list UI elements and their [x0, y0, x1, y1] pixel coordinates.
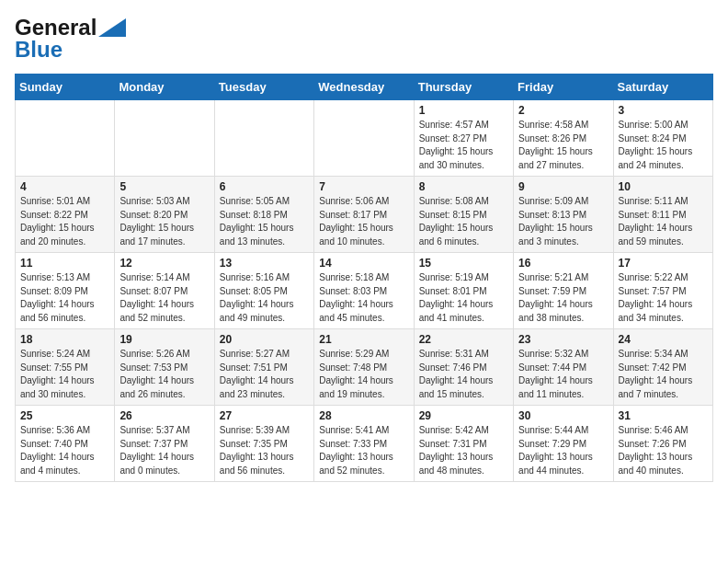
day-number: 27 — [220, 409, 309, 422]
week-row-5: 25Sunrise: 5:36 AM Sunset: 7:40 PM Dayli… — [16, 406, 713, 482]
day-cell: 27Sunrise: 5:39 AM Sunset: 7:35 PM Dayli… — [214, 406, 313, 482]
day-info: Sunrise: 5:05 AM Sunset: 8:18 PM Dayligh… — [220, 195, 309, 248]
day-cell: 10Sunrise: 5:11 AM Sunset: 8:11 PM Dayli… — [613, 177, 712, 253]
day-cell: 6Sunrise: 5:05 AM Sunset: 8:18 PM Daylig… — [214, 177, 313, 253]
day-number: 20 — [220, 333, 309, 346]
day-info: Sunrise: 5:27 AM Sunset: 7:51 PM Dayligh… — [220, 348, 309, 401]
logo: General Blue — [15, 15, 126, 63]
day-info: Sunrise: 5:32 AM Sunset: 7:44 PM Dayligh… — [518, 348, 608, 401]
day-cell — [115, 100, 214, 177]
day-cell: 12Sunrise: 5:14 AM Sunset: 8:07 PM Dayli… — [115, 253, 214, 329]
day-cell: 13Sunrise: 5:16 AM Sunset: 8:05 PM Dayli… — [214, 253, 313, 329]
day-cell: 25Sunrise: 5:36 AM Sunset: 7:40 PM Dayli… — [16, 406, 115, 482]
day-info: Sunrise: 5:29 AM Sunset: 7:48 PM Dayligh… — [319, 348, 408, 401]
day-cell: 11Sunrise: 5:13 AM Sunset: 8:09 PM Dayli… — [16, 253, 115, 329]
day-info: Sunrise: 5:03 AM Sunset: 8:20 PM Dayligh… — [119, 195, 209, 248]
day-number: 28 — [319, 409, 408, 422]
day-number: 29 — [419, 409, 508, 422]
weekday-monday: Monday — [115, 75, 214, 100]
day-number: 13 — [220, 257, 309, 270]
day-number: 6 — [220, 180, 309, 193]
day-info: Sunrise: 4:58 AM Sunset: 8:26 PM Dayligh… — [518, 119, 608, 172]
day-info: Sunrise: 5:41 AM Sunset: 7:33 PM Dayligh… — [319, 424, 408, 477]
week-row-3: 11Sunrise: 5:13 AM Sunset: 8:09 PM Dayli… — [16, 253, 713, 329]
day-cell: 19Sunrise: 5:26 AM Sunset: 7:53 PM Dayli… — [115, 329, 214, 406]
week-row-2: 4Sunrise: 5:01 AM Sunset: 8:22 PM Daylig… — [16, 177, 713, 253]
day-cell: 20Sunrise: 5:27 AM Sunset: 7:51 PM Dayli… — [214, 329, 313, 406]
day-info: Sunrise: 5:01 AM Sunset: 8:22 PM Dayligh… — [20, 195, 109, 248]
day-info: Sunrise: 5:37 AM Sunset: 7:37 PM Dayligh… — [119, 424, 209, 477]
day-number: 16 — [518, 257, 608, 270]
day-cell — [16, 100, 115, 177]
day-info: Sunrise: 5:24 AM Sunset: 7:55 PM Dayligh… — [20, 348, 109, 401]
day-info: Sunrise: 5:08 AM Sunset: 8:15 PM Dayligh… — [419, 195, 508, 248]
day-number: 3 — [619, 104, 708, 117]
day-info: Sunrise: 5:19 AM Sunset: 8:01 PM Dayligh… — [419, 271, 508, 325]
day-cell: 1Sunrise: 4:57 AM Sunset: 8:27 PM Daylig… — [414, 100, 513, 177]
day-number: 4 — [20, 180, 109, 193]
day-number: 23 — [518, 333, 608, 346]
day-number: 2 — [518, 104, 608, 117]
day-cell: 3Sunrise: 5:00 AM Sunset: 8:24 PM Daylig… — [613, 100, 712, 177]
weekday-saturday: Saturday — [613, 75, 712, 100]
day-info: Sunrise: 5:36 AM Sunset: 7:40 PM Dayligh… — [20, 424, 109, 477]
day-number: 8 — [419, 180, 508, 193]
day-info: Sunrise: 5:26 AM Sunset: 7:53 PM Dayligh… — [119, 348, 209, 401]
day-info: Sunrise: 5:09 AM Sunset: 8:13 PM Dayligh… — [518, 195, 608, 248]
logo-blue: Blue — [15, 37, 63, 63]
day-cell: 9Sunrise: 5:09 AM Sunset: 8:13 PM Daylig… — [514, 177, 613, 253]
day-info: Sunrise: 5:44 AM Sunset: 7:29 PM Dayligh… — [518, 424, 608, 477]
day-info: Sunrise: 5:14 AM Sunset: 8:07 PM Dayligh… — [119, 271, 209, 325]
svg-marker-0 — [98, 18, 126, 37]
weekday-sunday: Sunday — [16, 75, 115, 100]
day-number: 21 — [319, 333, 408, 346]
day-cell: 23Sunrise: 5:32 AM Sunset: 7:44 PM Dayli… — [514, 329, 613, 406]
day-number: 31 — [619, 409, 708, 422]
day-info: Sunrise: 5:00 AM Sunset: 8:24 PM Dayligh… — [619, 119, 708, 172]
day-cell: 2Sunrise: 4:58 AM Sunset: 8:26 PM Daylig… — [514, 100, 613, 177]
day-cell: 21Sunrise: 5:29 AM Sunset: 7:48 PM Dayli… — [314, 329, 414, 406]
day-number: 12 — [119, 257, 209, 270]
day-number: 1 — [419, 104, 508, 117]
day-cell: 17Sunrise: 5:22 AM Sunset: 7:57 PM Dayli… — [613, 253, 712, 329]
day-info: Sunrise: 5:18 AM Sunset: 8:03 PM Dayligh… — [319, 271, 408, 325]
weekday-friday: Friday — [514, 75, 613, 100]
day-number: 5 — [119, 180, 209, 193]
day-info: Sunrise: 5:42 AM Sunset: 7:31 PM Dayligh… — [419, 424, 508, 477]
day-cell: 24Sunrise: 5:34 AM Sunset: 7:42 PM Dayli… — [613, 329, 712, 406]
day-cell: 4Sunrise: 5:01 AM Sunset: 8:22 PM Daylig… — [16, 177, 115, 253]
day-info: Sunrise: 5:11 AM Sunset: 8:11 PM Dayligh… — [619, 195, 708, 248]
day-cell — [314, 100, 414, 177]
day-number: 15 — [419, 257, 508, 270]
day-cell: 16Sunrise: 5:21 AM Sunset: 7:59 PM Dayli… — [514, 253, 613, 329]
calendar: SundayMondayTuesdayWednesdayThursdayFrid… — [15, 74, 713, 482]
logo-icon — [98, 18, 126, 37]
day-number: 14 — [319, 257, 408, 270]
day-number: 25 — [20, 409, 109, 422]
day-number: 11 — [20, 257, 109, 270]
day-info: Sunrise: 5:39 AM Sunset: 7:35 PM Dayligh… — [220, 424, 309, 477]
day-info: Sunrise: 5:06 AM Sunset: 8:17 PM Dayligh… — [319, 195, 408, 248]
day-cell: 30Sunrise: 5:44 AM Sunset: 7:29 PM Dayli… — [514, 406, 613, 482]
day-cell: 18Sunrise: 5:24 AM Sunset: 7:55 PM Dayli… — [16, 329, 115, 406]
weekday-tuesday: Tuesday — [214, 75, 313, 100]
day-cell: 31Sunrise: 5:46 AM Sunset: 7:26 PM Dayli… — [613, 406, 712, 482]
weekday-wednesday: Wednesday — [314, 75, 414, 100]
day-number: 19 — [119, 333, 209, 346]
day-info: Sunrise: 5:21 AM Sunset: 7:59 PM Dayligh… — [518, 271, 608, 325]
day-cell: 22Sunrise: 5:31 AM Sunset: 7:46 PM Dayli… — [414, 329, 513, 406]
day-cell: 26Sunrise: 5:37 AM Sunset: 7:37 PM Dayli… — [115, 406, 214, 482]
page-header: General Blue — [15, 15, 713, 63]
day-cell: 5Sunrise: 5:03 AM Sunset: 8:20 PM Daylig… — [115, 177, 214, 253]
day-cell: 7Sunrise: 5:06 AM Sunset: 8:17 PM Daylig… — [314, 177, 414, 253]
day-cell: 14Sunrise: 5:18 AM Sunset: 8:03 PM Dayli… — [314, 253, 414, 329]
week-row-1: 1Sunrise: 4:57 AM Sunset: 8:27 PM Daylig… — [16, 100, 713, 177]
day-info: Sunrise: 5:13 AM Sunset: 8:09 PM Dayligh… — [20, 271, 109, 325]
day-number: 26 — [119, 409, 209, 422]
day-cell: 29Sunrise: 5:42 AM Sunset: 7:31 PM Dayli… — [414, 406, 513, 482]
day-info: Sunrise: 5:34 AM Sunset: 7:42 PM Dayligh… — [619, 348, 708, 401]
day-number: 24 — [619, 333, 708, 346]
day-info: Sunrise: 4:57 AM Sunset: 8:27 PM Dayligh… — [419, 119, 508, 172]
week-row-4: 18Sunrise: 5:24 AM Sunset: 7:55 PM Dayli… — [16, 329, 713, 406]
day-number: 18 — [20, 333, 109, 346]
